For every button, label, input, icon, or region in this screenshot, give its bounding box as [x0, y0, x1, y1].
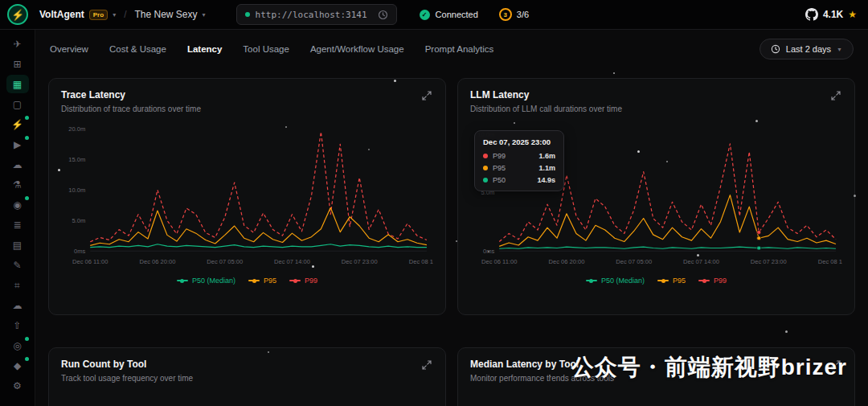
export-icon: ⇧ — [13, 320, 21, 331]
tab-cost-usage[interactable]: Cost & Usage — [109, 44, 166, 54]
legend-item-p95[interactable]: P95 — [657, 277, 686, 285]
svg-text:Dec 08 11:00: Dec 08 11:00 — [409, 258, 433, 265]
project-selector[interactable]: The New Sexy — [134, 9, 197, 20]
svg-text:15.0m: 15.0m — [68, 156, 85, 163]
analytics-tabs: OverviewCost & UsageLatencyTool UsageAge… — [35, 30, 868, 68]
sidebar: ✈⊞▦▢⚡▶☁⚗◉≣▤✎⌗☁⇧◎◆⚙ — [0, 30, 35, 406]
expand-chart-button[interactable] — [829, 89, 842, 102]
experiments-icon: ⚗ — [13, 179, 22, 191]
p99-dot-icon — [483, 154, 488, 158]
legend-item-p50-median-[interactable]: P50 (Median) — [177, 277, 235, 285]
terminal-icon: ⌗ — [14, 280, 20, 291]
sidebar-item-chat[interactable]: ☁ — [6, 296, 29, 314]
chevron-down-icon[interactable]: ▾ — [113, 11, 116, 18]
chart-legend: P50 (Median)P95P99 — [61, 274, 433, 287]
legend-item-p95[interactable]: P95 — [248, 277, 276, 285]
legend-label: P99 — [305, 277, 317, 285]
sidebar-item-export[interactable]: ⇧ — [6, 316, 29, 334]
sidebar-item-experiments[interactable]: ⚗ — [6, 175, 29, 194]
legend-item-p99[interactable]: P99 — [289, 277, 317, 285]
sidebar-item-alerts[interactable]: ◉ — [6, 195, 29, 214]
expand-chart-button[interactable] — [420, 89, 433, 102]
tab-latency[interactable]: Latency — [187, 44, 222, 54]
tab-tool-usage[interactable]: Tool Usage — [243, 44, 289, 54]
sidebar-item-layers[interactable]: ≣ — [6, 215, 29, 234]
series-p99 — [90, 132, 427, 242]
legend-marker-icon — [657, 280, 669, 281]
topbar: ⚡ VoltAgent Pro ▾ / The New Sexy ▾ http:… — [0, 0, 868, 30]
series-p50-median- — [499, 247, 836, 248]
sidebar-item-edit[interactable]: ✎ — [6, 256, 29, 274]
sidebar-item-terminal[interactable]: ⌗ — [6, 276, 29, 294]
trace-latency-plot: 0ms5.0m10.0m15.0m20.0mDec 06 11:00Dec 06… — [61, 115, 433, 274]
legend-marker-icon — [586, 280, 597, 281]
time-range-button[interactable]: Last 2 days ▼ — [760, 39, 854, 59]
tooltip-row: P50 14.9s — [483, 176, 555, 184]
expand-chart-button[interactable] — [420, 359, 433, 371]
tab-agent-workflow-usage[interactable]: Agent/Workflow Usage — [310, 44, 404, 54]
svg-text:Dec 06 20:00: Dec 06 20:00 — [549, 258, 585, 265]
settings-icon: ⚙ — [13, 380, 22, 392]
tab-overview[interactable]: Overview — [50, 44, 88, 54]
notification-dot-icon — [25, 116, 29, 120]
sidebar-item-apps[interactable]: ⊞ — [6, 55, 29, 73]
sidebar-item-zap[interactable]: ⚡ — [6, 115, 29, 133]
sidebar-item-cloud[interactable]: ☁ — [6, 155, 29, 174]
svg-text:Dec 07 23:00: Dec 07 23:00 — [751, 258, 787, 265]
svg-text:0ms: 0ms — [74, 248, 86, 255]
connection-status: ✓ Connected — [420, 10, 478, 20]
layers-icon: ≣ — [13, 219, 21, 231]
svg-text:Dec 07 14:00: Dec 07 14:00 — [683, 258, 719, 265]
notification-dot-icon — [25, 357, 29, 361]
series-p95 — [90, 207, 427, 245]
svg-text:Dec 08 11:00: Dec 08 11:00 — [818, 258, 842, 265]
server-url: http://localhost:3141 — [256, 10, 367, 20]
history-clock-icon[interactable] — [378, 10, 388, 20]
sidebar-item-traces[interactable]: ✈ — [6, 35, 29, 53]
server-url-input[interactable]: http://localhost:3141 — [236, 4, 397, 25]
legend-label: P50 (Median) — [601, 277, 645, 285]
setup-progress[interactable]: 3 3/6 — [499, 8, 529, 21]
chat-icon: ☁ — [13, 300, 23, 311]
tab-prompt-analytics[interactable]: Prompt Analytics — [425, 44, 494, 54]
card-subtitle: Monitor performance trends across tools — [470, 374, 614, 383]
github-stars-widget[interactable]: 4.1K ★ — [805, 8, 857, 21]
sidebar-item-analytics[interactable]: ▦ — [6, 75, 29, 93]
sidebar-item-workflows[interactable]: ▶ — [6, 135, 29, 154]
svg-text:5.0m: 5.0m — [72, 217, 85, 224]
voltagent-logo-icon[interactable]: ⚡ — [7, 4, 28, 25]
sidebar-item-playground[interactable]: ◆ — [6, 356, 29, 375]
legend-marker-icon — [248, 280, 260, 281]
legend-item-p50-median-[interactable]: P50 (Median) — [586, 277, 645, 285]
card-title: Trace Latency — [61, 89, 201, 100]
sidebar-item-account[interactable]: ◎ — [6, 336, 29, 355]
workflows-icon: ▶ — [14, 139, 21, 150]
run-count-by-tool-card: Run Count by Tool Track tool usage frequ… — [48, 347, 446, 406]
series-p50-median- — [90, 244, 427, 248]
card-subtitle: Track tool usage frequency over time — [61, 374, 193, 383]
notification-dot-icon — [25, 337, 29, 341]
trace-latency-card: Trace Latency Distribution of trace dura… — [48, 78, 446, 315]
median-latency-by-tool-card: Median Latency by Tool Monitor performan… — [457, 347, 855, 406]
main-content: OverviewCost & UsageLatencyTool UsageAge… — [35, 30, 868, 406]
svg-text:Dec 06 11:00: Dec 06 11:00 — [481, 258, 517, 265]
brand-name: VoltAgent — [39, 9, 84, 20]
sidebar-item-monitor[interactable]: ▢ — [6, 95, 29, 113]
tooltip-timestamp: Dec 07, 2025 23:00 — [483, 137, 555, 146]
sidebar-item-docs[interactable]: ▤ — [6, 236, 29, 254]
legend-marker-icon — [177, 280, 188, 281]
sidebar-item-settings[interactable]: ⚙ — [6, 376, 29, 395]
breadcrumb: VoltAgent Pro ▾ / The New Sexy ▾ — [39, 9, 206, 20]
check-circle-icon: ✓ — [420, 10, 430, 20]
pro-badge: Pro — [89, 10, 108, 20]
legend-item-p99[interactable]: P99 — [698, 277, 727, 285]
time-range-label: Last 2 days — [786, 44, 831, 54]
expand-chart-button[interactable] — [829, 359, 842, 371]
status-dot-icon — [245, 12, 250, 17]
cloud-icon: ☁ — [13, 159, 23, 170]
progress-ring-icon: 3 — [499, 8, 512, 21]
svg-text:10.0m: 10.0m — [68, 187, 85, 194]
svg-text:Dec 06 11:00: Dec 06 11:00 — [72, 258, 108, 265]
chevron-down-icon[interactable]: ▾ — [203, 11, 206, 18]
connection-status-label: Connected — [436, 10, 478, 19]
